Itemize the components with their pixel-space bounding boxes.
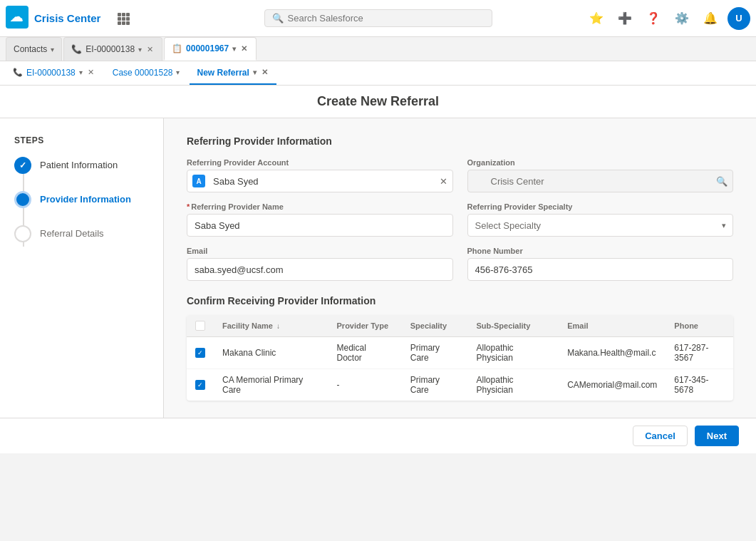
table-header-row: Facility Name ↓ Provider Type Speciality… <box>187 315 733 337</box>
step-3-dot <box>14 225 31 242</box>
receiving-section: Confirm Receiving Provider Information F… <box>187 295 733 401</box>
row-1-speciality: Primary Care <box>402 337 468 369</box>
favorites-button[interactable]: ⭐ <box>585 7 608 30</box>
tab-000001967[interactable]: 📋 000001967 ▾ ✕ <box>164 37 257 61</box>
sub-tab-ei-label: EI-00000138 <box>26 68 76 78</box>
account-input-wrapper: A ✕ <box>187 170 453 192</box>
sub-tab-referral-dropdown-icon[interactable]: ▾ <box>253 68 257 76</box>
user-avatar[interactable]: U <box>727 7 750 30</box>
tab-contacts[interactable]: Contacts ▾ <box>6 37 62 61</box>
org-label: Organization <box>467 158 734 167</box>
specialty-label: Referring Provider Specialty <box>467 202 734 211</box>
svg-rect-9 <box>122 21 125 25</box>
step-list: ✓ Patient Information Provider Informati… <box>14 157 149 242</box>
org-input[interactable] <box>467 170 734 192</box>
cancel-button[interactable]: Cancel <box>633 426 688 446</box>
sub-tab-referral-close-icon[interactable]: ✕ <box>260 67 269 78</box>
table-row: ✓ CA Memorial Primary Care - Primary Car… <box>187 369 733 401</box>
sub-tab-case-label: Case 00001528 <box>113 68 173 78</box>
form-row-account-org: Referring Provider Account A ✕ Organizat… <box>187 158 733 192</box>
step-provider-information[interactable]: Provider Information <box>14 191 149 208</box>
sub-tab-case-dropdown-icon[interactable]: ▾ <box>176 68 180 76</box>
facility-sort-icon[interactable]: ↓ <box>276 322 280 330</box>
help-button[interactable]: ❓ <box>642 7 665 30</box>
account-clear-button[interactable]: ✕ <box>440 176 447 187</box>
tab-case-icon: 📋 <box>172 43 182 53</box>
tab-ei-close-icon[interactable]: ✕ <box>145 44 155 55</box>
next-button[interactable]: Next <box>695 426 739 446</box>
search-input[interactable] <box>288 13 485 24</box>
row-1-select[interactable]: ✓ <box>187 337 214 369</box>
receiving-provider-table: Facility Name ↓ Provider Type Speciality… <box>187 315 733 401</box>
svg-rect-2 <box>118 13 121 16</box>
tab-case-close-icon[interactable]: ✕ <box>239 43 249 54</box>
org-input-wrapper: 🔍 <box>467 170 734 192</box>
col-facility-name: Facility Name ↓ <box>214 315 328 337</box>
salesforce-logo[interactable]: ☁ <box>6 6 29 31</box>
specialty-select[interactable]: Select SpecialtyCardiologyDermatologyGen… <box>467 214 734 237</box>
step-1-label: Patient Information <box>40 157 118 172</box>
row-2-provider-type: - <box>328 369 402 401</box>
steps-heading: Steps <box>14 135 149 145</box>
sub-tab-new-referral[interactable]: New Referral ▾ ✕ <box>190 61 276 85</box>
email-input[interactable] <box>187 258 453 281</box>
app-name: Crisis Center <box>34 12 100 24</box>
row-2-checkbox[interactable]: ✓ <box>195 380 205 390</box>
svg-rect-6 <box>122 17 125 21</box>
col-select <box>187 315 214 337</box>
step-3-label: Referral Details <box>40 225 104 240</box>
form-group-phone: Phone Number <box>467 247 734 281</box>
step-1-dot: ✓ <box>14 157 31 174</box>
main-content: Steps ✓ Patient Information Provider Inf… <box>0 118 756 418</box>
svg-rect-8 <box>118 21 121 25</box>
tab-ei-00000138[interactable]: 📞 EI-00000138 ▾ ✕ <box>63 37 162 61</box>
tab-ei-dropdown-icon[interactable]: ▾ <box>138 46 142 53</box>
form-group-org: Organization 🔍 <box>467 158 734 192</box>
form-area: Referring Provider Information Referring… <box>164 118 756 418</box>
footer: Cancel Next <box>0 418 756 453</box>
app-launcher-button[interactable] <box>112 7 135 30</box>
sub-tab-ei-close-icon[interactable]: ✕ <box>86 67 95 78</box>
nav-icons: ⭐ ➕ ❓ ⚙️ 🔔 U <box>585 7 750 30</box>
table-row: ✓ Makana Clinic Medical Doctor Primary C… <box>187 337 733 369</box>
add-button[interactable]: ➕ <box>613 7 636 30</box>
sub-tab-case-00001528[interactable]: Case 00001528 ▾ <box>105 61 187 85</box>
row-2-select[interactable]: ✓ <box>187 369 214 401</box>
col-speciality: Speciality <box>402 315 468 337</box>
row-2-speciality: Primary Care <box>402 369 468 401</box>
search-icon: 🔍 <box>272 13 284 24</box>
header-checkbox[interactable] <box>195 321 205 331</box>
sub-tab-bar: 📞 EI-00000138 ▾ ✕ Case 00001528 ▾ New Re… <box>0 61 756 86</box>
sub-tab-ei-dropdown-icon[interactable]: ▾ <box>79 68 83 76</box>
tab-contacts-dropdown-icon[interactable]: ▾ <box>51 46 54 53</box>
phone-input[interactable] <box>467 258 734 281</box>
col-sub-speciality: Sub-Speciality <box>468 315 559 337</box>
svg-rect-3 <box>122 13 125 16</box>
sub-tab-ei-00000138[interactable]: 📞 EI-00000138 ▾ ✕ <box>6 61 103 85</box>
row-1-facility: Makana Clinic <box>214 337 328 369</box>
sub-tab-referral-label: New Referral <box>197 68 249 78</box>
notifications-button[interactable]: 🔔 <box>699 7 722 30</box>
svg-rect-4 <box>126 13 130 16</box>
org-search-icon[interactable]: 🔍 <box>716 176 727 187</box>
svg-rect-10 <box>126 21 130 25</box>
provider-name-input[interactable] <box>187 214 453 237</box>
account-input[interactable] <box>187 170 453 192</box>
svg-rect-5 <box>118 17 121 21</box>
step-referral-details[interactable]: Referral Details <box>14 225 149 242</box>
tab-contacts-label: Contacts <box>14 44 47 54</box>
tab-case-dropdown-icon[interactable]: ▾ <box>232 45 236 53</box>
receiving-section-title: Confirm Receiving Provider Information <box>187 295 733 306</box>
svg-text:☁: ☁ <box>10 10 23 24</box>
form-group-provider-name: *Referring Provider Name <box>187 202 453 237</box>
col-phone: Phone <box>666 315 733 337</box>
setup-button[interactable]: ⚙️ <box>670 7 693 30</box>
steps-sidebar: Steps ✓ Patient Information Provider Inf… <box>0 118 164 418</box>
step-patient-information[interactable]: ✓ Patient Information <box>14 157 149 174</box>
row-1-email: Makana.Health@mail.c <box>559 337 666 369</box>
tab-ei-label: EI-00000138 <box>86 44 135 54</box>
step-2-dot <box>14 191 31 208</box>
email-label: Email <box>187 247 453 255</box>
step-2-label: Provider Information <box>40 191 131 206</box>
row-1-checkbox[interactable]: ✓ <box>195 348 205 358</box>
